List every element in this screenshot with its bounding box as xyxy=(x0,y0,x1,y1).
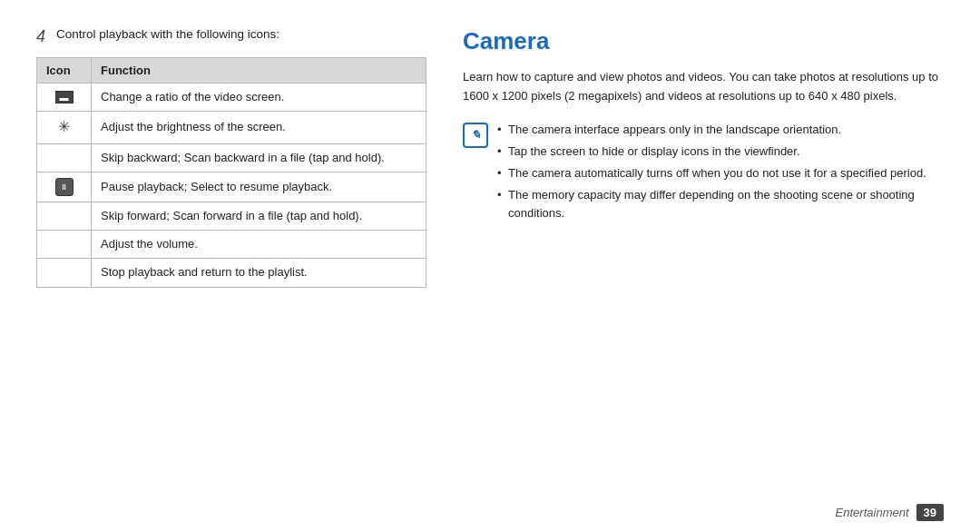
intro-paragraph: Learn how to capture and view photos and… xyxy=(463,68,944,106)
list-item: The camera automatically turns off when … xyxy=(497,164,944,182)
function-cell: Skip forward; Scan forward in a file (ta… xyxy=(92,202,426,231)
page-footer: Entertainment 39 xyxy=(0,498,980,532)
icon-cell xyxy=(37,202,92,231)
left-column: 4 Control playback with the following ic… xyxy=(36,27,426,480)
right-column: Camera Learn how to capture and view pho… xyxy=(463,27,944,480)
icon-function-table: Icon Function ▬ Change a ratio of the vi… xyxy=(36,57,426,288)
icon-cell: ⏸ xyxy=(37,172,92,202)
icon-cell: ▬ xyxy=(37,84,92,112)
footer-label: Entertainment xyxy=(836,506,909,519)
page-number: 39 xyxy=(916,504,944,521)
list-item: The memory capacity may differ depending… xyxy=(497,186,944,222)
table-row: Skip forward; Scan forward in a file (ta… xyxy=(37,202,426,231)
icon-cell xyxy=(37,259,92,287)
icon-cell: ✳ xyxy=(37,112,92,143)
note-icon: ✎ xyxy=(463,123,488,148)
table-row: ⏸ Pause playback; Select to resume playb… xyxy=(37,172,426,202)
screen-ratio-icon: ▬ xyxy=(55,91,74,103)
table-row: ✳ Adjust the brightness of the screen. xyxy=(37,112,426,143)
section-title: Camera xyxy=(463,27,944,55)
icon-cell xyxy=(37,143,92,172)
note-icon-letter: ✎ xyxy=(471,128,481,142)
function-cell: Change a ratio of the video screen. xyxy=(92,84,426,112)
step-header: 4 Control playback with the following ic… xyxy=(36,27,426,46)
function-cell: Adjust the brightness of the screen. xyxy=(92,112,426,143)
pause-icon: ⏸ xyxy=(55,178,74,196)
step-number: 4 xyxy=(36,27,51,46)
table-row: ▬ Change a ratio of the video screen. xyxy=(37,84,426,112)
function-cell: Stop playback and return to the playlist… xyxy=(92,259,426,287)
brightness-icon: ✳ xyxy=(58,119,70,134)
table-row: Skip backward; Scan backward in a file (… xyxy=(37,143,426,172)
table-header-row: Icon Function xyxy=(37,58,426,84)
col-header-icon: Icon xyxy=(37,58,92,84)
table-row: Adjust the volume. xyxy=(37,231,426,259)
table-row: Stop playback and return to the playlist… xyxy=(37,259,426,287)
col-header-function: Function xyxy=(92,58,426,84)
list-item: Tap the screen to hide or display icons … xyxy=(497,143,944,161)
note-bullets-list: The camera interface appears only in the… xyxy=(497,121,944,227)
function-cell: Adjust the volume. xyxy=(92,231,426,259)
note-box: ✎ The camera interface appears only in t… xyxy=(463,121,944,227)
step-text: Control playback with the following icon… xyxy=(56,27,279,41)
function-cell: Skip backward; Scan backward in a file (… xyxy=(92,143,426,172)
function-cell: Pause playback; Select to resume playbac… xyxy=(92,172,426,202)
list-item: The camera interface appears only in the… xyxy=(497,121,944,139)
icon-cell xyxy=(37,231,92,259)
